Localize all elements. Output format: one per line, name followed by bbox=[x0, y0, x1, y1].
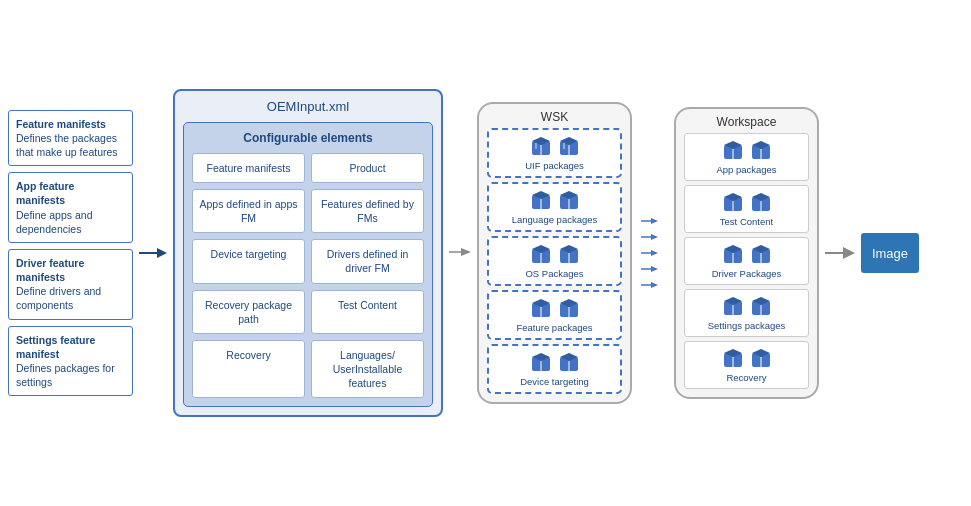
sidebar-card-1-title: App feature manifests bbox=[16, 179, 125, 207]
svg-marker-39 bbox=[651, 234, 658, 240]
workspace-item-4-icons bbox=[722, 347, 772, 369]
wsk-item-0-icons bbox=[530, 135, 580, 157]
oem-cell-4: Device targeting bbox=[192, 239, 305, 283]
arrow-to-wsk bbox=[449, 244, 471, 262]
svg-marker-77 bbox=[843, 247, 855, 259]
oem-title: OEMInput.xml bbox=[183, 99, 433, 114]
wsk-items: UIF packages Language packages bbox=[487, 128, 622, 394]
workspace-item-3: Settings packages bbox=[684, 289, 809, 337]
workspace-title: Workspace bbox=[717, 115, 777, 129]
sidebar-card-1-desc: Define apps and dependencies bbox=[16, 208, 125, 236]
workspace-items: App packages Test Content bbox=[684, 133, 809, 389]
package-icon bbox=[530, 243, 552, 265]
package-icon bbox=[750, 243, 772, 265]
oem-cell-6: Recovery package path bbox=[192, 290, 305, 334]
oem-cell-8: Recovery bbox=[192, 340, 305, 399]
oem-cell-0: Feature manifests bbox=[192, 153, 305, 183]
sidebar-card-1: App feature manifests Define apps and de… bbox=[8, 172, 133, 243]
diagram: Feature manifests Defines the packages t… bbox=[0, 0, 971, 506]
arrows-wsk-to-workspace bbox=[638, 213, 660, 293]
svg-marker-41 bbox=[651, 250, 658, 256]
sidebar-card-2-title: Driver feature manifests bbox=[16, 256, 125, 284]
workspace-item-2: Driver Packages bbox=[684, 237, 809, 285]
wsk-item-3-label: Feature packages bbox=[516, 322, 592, 333]
wsk-item-0-label: UIF packages bbox=[525, 160, 584, 171]
oem-box: OEMInput.xml Configurable elements Featu… bbox=[173, 89, 443, 418]
sidebar-card-0: Feature manifests Defines the packages t… bbox=[8, 110, 133, 167]
workspace-item-4: Recovery bbox=[684, 341, 809, 389]
svg-marker-1 bbox=[157, 248, 167, 258]
workspace-item-2-label: Driver Packages bbox=[712, 268, 782, 279]
package-icon bbox=[558, 351, 580, 373]
oem-inner: Configurable elements Feature manifests … bbox=[183, 122, 433, 408]
workspace-item-0: App packages bbox=[684, 133, 809, 181]
workspace-item-3-label: Settings packages bbox=[708, 320, 786, 331]
oem-grid: Feature manifests Product Apps defined i… bbox=[192, 153, 424, 399]
wsk-item-1-label: Language packages bbox=[512, 214, 598, 225]
workspace-item-2-icons bbox=[722, 243, 772, 265]
wsk-item-2: OS Packages bbox=[487, 236, 622, 286]
oem-cell-2: Apps defined in apps FM bbox=[192, 189, 305, 233]
package-icon bbox=[722, 243, 744, 265]
oem-cell-5: Drivers defined in driver FM bbox=[311, 239, 424, 283]
wsk-item-4: Device targeting bbox=[487, 344, 622, 394]
wsk-item-2-label: OS Packages bbox=[525, 268, 583, 279]
workspace-box: Workspace App packages bbox=[674, 107, 819, 399]
package-icon bbox=[530, 297, 552, 319]
sidebar-card-0-desc: Defines the packages that make up featur… bbox=[16, 131, 125, 159]
sidebar-card-2-desc: Define drivers and components bbox=[16, 284, 125, 312]
sidebar-card-3-desc: Defines packages for settings bbox=[16, 361, 125, 389]
oem-inner-title: Configurable elements bbox=[192, 131, 424, 145]
package-icon bbox=[750, 191, 772, 213]
package-icon bbox=[750, 139, 772, 161]
svg-marker-45 bbox=[651, 282, 658, 288]
package-icon bbox=[558, 297, 580, 319]
wsk-item-4-label: Device targeting bbox=[520, 376, 589, 387]
left-sidebar: Feature manifests Defines the packages t… bbox=[8, 110, 133, 397]
svg-marker-43 bbox=[651, 266, 658, 272]
package-icon bbox=[558, 135, 580, 157]
arrow-to-oem bbox=[139, 243, 167, 263]
package-icon bbox=[722, 295, 744, 317]
workspace-item-1: Test Content bbox=[684, 185, 809, 233]
sidebar-card-3: Settings feature manifest Defines packag… bbox=[8, 326, 133, 397]
sidebar-card-2: Driver feature manifests Define drivers … bbox=[8, 249, 133, 320]
package-icon bbox=[750, 347, 772, 369]
package-icon bbox=[750, 295, 772, 317]
workspace-item-0-label: App packages bbox=[716, 164, 776, 175]
workspace-item-3-icons bbox=[722, 295, 772, 317]
package-icon bbox=[530, 189, 552, 211]
wsk-item-0: UIF packages bbox=[487, 128, 622, 178]
oem-cell-1: Product bbox=[311, 153, 424, 183]
sidebar-card-3-title: Settings feature manifest bbox=[16, 333, 125, 361]
oem-cell-3: Features defined by FMs bbox=[311, 189, 424, 233]
workspace-item-4-label: Recovery bbox=[726, 372, 766, 383]
package-icon bbox=[722, 347, 744, 369]
package-icon bbox=[558, 243, 580, 265]
wsk-item-1-icons bbox=[530, 189, 580, 211]
svg-marker-37 bbox=[651, 218, 658, 224]
package-icon bbox=[530, 351, 552, 373]
image-box: Image bbox=[861, 233, 919, 273]
wsk-item-3: Feature packages bbox=[487, 290, 622, 340]
arrow-0 bbox=[639, 213, 659, 293]
package-icon bbox=[722, 191, 744, 213]
package-icon bbox=[558, 189, 580, 211]
wsk-item-2-icons bbox=[530, 243, 580, 265]
wsk-item-3-icons bbox=[530, 297, 580, 319]
oem-cell-9: Languages/ UserInstallable features bbox=[311, 340, 424, 399]
svg-marker-3 bbox=[461, 248, 471, 256]
oem-cell-7: Test Content bbox=[311, 290, 424, 334]
package-icon bbox=[530, 135, 552, 157]
wsk-box: WSK UIF packa bbox=[477, 102, 632, 404]
wsk-item-1: Language packages bbox=[487, 182, 622, 232]
wsk-title: WSK bbox=[541, 110, 568, 124]
wsk-item-4-icons bbox=[530, 351, 580, 373]
workspace-item-1-label: Test Content bbox=[720, 216, 773, 227]
workspace-item-1-icons bbox=[722, 191, 772, 213]
workspace-item-0-icons bbox=[722, 139, 772, 161]
package-icon bbox=[722, 139, 744, 161]
arrow-to-image bbox=[825, 241, 855, 265]
sidebar-card-0-title: Feature manifests bbox=[16, 117, 125, 131]
image-label: Image bbox=[872, 246, 908, 261]
